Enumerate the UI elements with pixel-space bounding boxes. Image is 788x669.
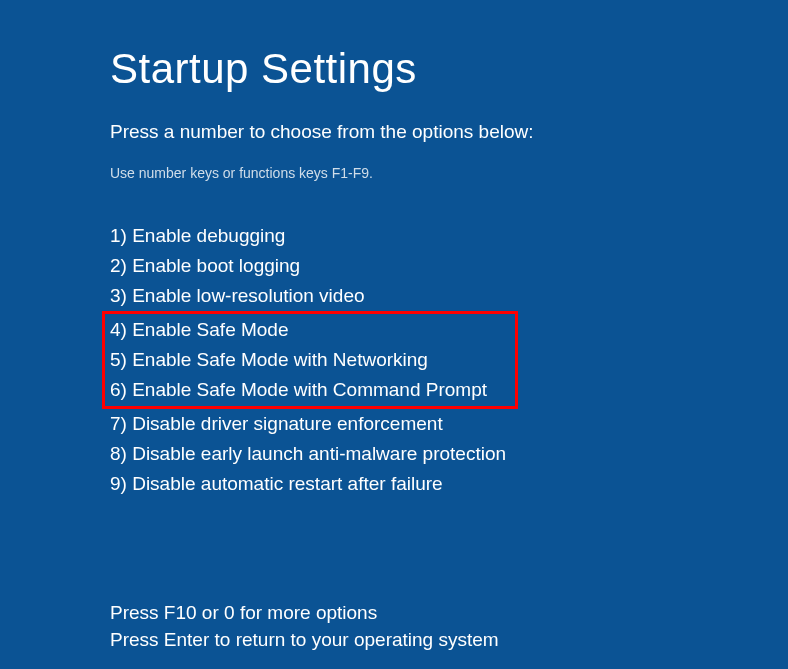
option-2-boot-logging[interactable]: 2) Enable boot logging [110,251,788,281]
option-7-driver-sig[interactable]: 7) Disable driver signature enforcement [110,409,788,439]
option-9-auto-restart[interactable]: 9) Disable automatic restart after failu… [110,469,788,499]
footer-return: Press Enter to return to your operating … [110,626,788,653]
hint-text: Use number keys or functions keys F1-F9. [110,165,788,181]
subtitle-text: Press a number to choose from the option… [110,121,788,143]
option-1-debugging[interactable]: 1) Enable debugging [110,221,788,251]
footer: Press F10 or 0 for more options Press En… [110,599,788,653]
options-list: 1) Enable debugging 2) Enable boot loggi… [110,221,788,499]
highlight-box: 4) Enable Safe Mode 5) Enable Safe Mode … [102,311,518,409]
footer-more-options: Press F10 or 0 for more options [110,599,788,626]
page-title: Startup Settings [110,45,788,93]
option-6-safe-mode-cmd[interactable]: 6) Enable Safe Mode with Command Prompt [110,375,487,405]
option-4-safe-mode[interactable]: 4) Enable Safe Mode [110,315,487,345]
option-8-anti-malware[interactable]: 8) Disable early launch anti-malware pro… [110,439,788,469]
option-3-low-res-video[interactable]: 3) Enable low-resolution video [110,281,788,311]
option-5-safe-mode-networking[interactable]: 5) Enable Safe Mode with Networking [110,345,487,375]
